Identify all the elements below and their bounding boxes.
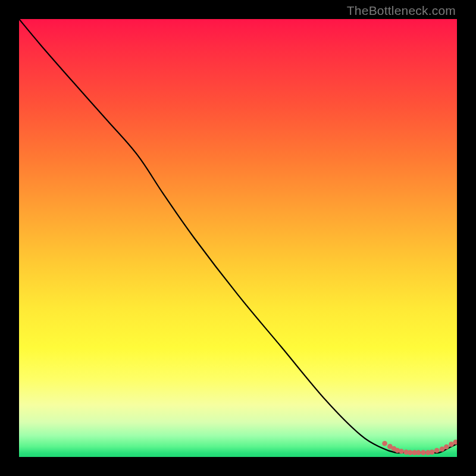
- data-point: [449, 441, 454, 447]
- points-cluster: [382, 440, 457, 455]
- watermark-text: TheBottleneck.com: [347, 4, 456, 18]
- plot-area: [19, 19, 457, 457]
- data-point: [416, 450, 421, 455]
- data-point: [408, 450, 413, 455]
- chart-svg: [19, 19, 457, 457]
- data-point: [430, 450, 435, 455]
- data-point: [382, 441, 387, 446]
- data-point: [399, 449, 404, 454]
- chart-container: TheBottleneck.com: [0, 0, 476, 476]
- data-point: [440, 446, 445, 452]
- data-point: [421, 450, 426, 455]
- data-point: [444, 444, 449, 450]
- bottleneck-curve: [19, 19, 457, 453]
- data-point: [434, 448, 440, 453]
